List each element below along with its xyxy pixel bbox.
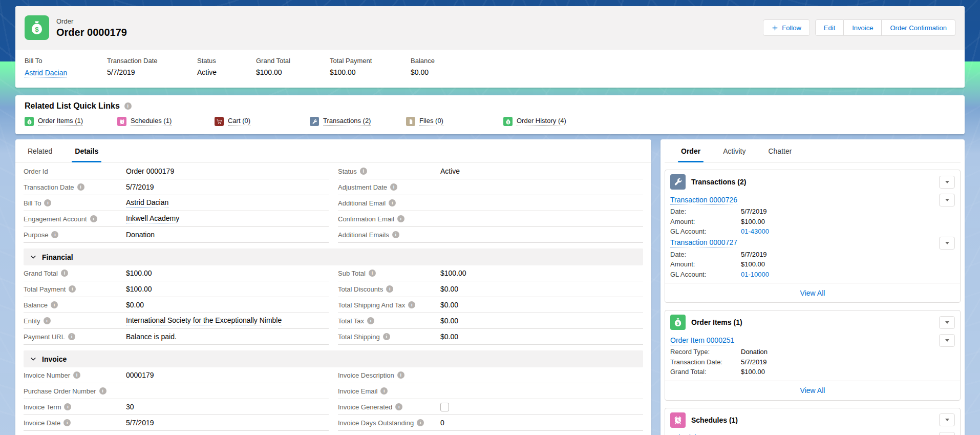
field-row: Engagement Account Inkwell Academy — [24, 211, 329, 227]
row-actions-dropdown-button[interactable] — [939, 432, 955, 435]
info-icon[interactable] — [392, 231, 399, 238]
edit-button[interactable]: Edit — [815, 19, 844, 36]
info-icon[interactable] — [99, 387, 106, 395]
section-header-invoice[interactable]: Invoice — [24, 350, 643, 367]
row-actions-dropdown-button[interactable] — [939, 334, 955, 347]
info-icon[interactable] — [360, 168, 367, 175]
info-icon[interactable] — [51, 231, 58, 238]
tab-details[interactable]: Details — [72, 147, 101, 162]
field-row: Purpose Donation — [24, 227, 329, 243]
field-row: Purchase Order Number — [24, 383, 329, 399]
summary-value: 5/7/2019 — [107, 68, 197, 76]
info-icon[interactable] — [386, 285, 393, 293]
info-icon[interactable] — [77, 183, 84, 191]
follow-button[interactable]: Follow — [763, 19, 810, 36]
field-value: $0.00 — [440, 317, 458, 325]
caret-down-icon — [945, 242, 949, 244]
info-icon[interactable] — [44, 317, 51, 324]
field-label: Transaction Date — [24, 183, 74, 191]
field-label: Additional Email — [338, 199, 386, 207]
info-icon[interactable] — [383, 333, 390, 340]
gl-account-link[interactable]: 01-43000 — [741, 226, 769, 237]
record-field-label: Amount: — [670, 259, 741, 270]
field-row: Entity International Society for the Exc… — [24, 313, 329, 329]
info-icon[interactable] — [380, 387, 388, 395]
info-icon[interactable] — [395, 403, 402, 410]
bill-to-field-link[interactable]: Astrid Dacian — [126, 198, 168, 208]
card-actions-dropdown-button[interactable] — [939, 316, 955, 329]
field-label: Sub Total — [338, 270, 366, 277]
quick-link-schedules[interactable]: Schedules (1) — [131, 117, 172, 126]
tab-activity[interactable]: Activity — [720, 147, 749, 162]
info-icon[interactable] — [44, 199, 51, 206]
related-record: Transaction 0000726 Date:5/7/2019 Amount… — [665, 194, 960, 237]
info-icon[interactable] — [367, 317, 374, 324]
tab-chatter[interactable]: Chatter — [765, 147, 795, 162]
gl-account-link[interactable]: 01-10000 — [741, 270, 769, 280]
tab-order[interactable]: Order — [678, 147, 704, 162]
header-actions: Follow Edit Invoice Order Confirmation — [763, 19, 955, 36]
field-value: Balance is paid. — [126, 333, 177, 341]
cart-icon — [215, 117, 224, 126]
info-icon[interactable] — [397, 215, 404, 222]
related-record: Order Item 0000251 Record Type:Donation … — [665, 334, 960, 377]
info-icon[interactable] — [64, 403, 71, 410]
field-label: Total Discounts — [338, 285, 383, 293]
order-items-related-card: Order Items (1) Order Item 0000251 Recor… — [665, 310, 961, 401]
view-all-link[interactable]: View All — [800, 386, 825, 395]
record-field-label: Date: — [670, 250, 741, 260]
entity-link[interactable]: International Society for the Exceptiona… — [126, 316, 282, 325]
info-icon[interactable] — [397, 371, 404, 379]
quick-link-cart[interactable]: Cart (0) — [228, 117, 250, 126]
related-card-title: Order Items (1) — [691, 318, 742, 326]
info-icon[interactable] — [68, 333, 75, 340]
info-icon[interactable] — [69, 285, 76, 293]
transaction-link[interactable]: Transaction 0000727 — [670, 238, 737, 247]
engagement-account-link[interactable]: Inkwell Academy — [126, 214, 179, 223]
money-bag-icon — [670, 315, 686, 330]
info-icon[interactable] — [369, 270, 376, 277]
row-actions-dropdown-button[interactable] — [939, 237, 955, 250]
info-icon[interactable] — [63, 419, 71, 426]
field-row: Additional Email — [338, 195, 643, 211]
bill-to-link[interactable]: Astrid Dacian — [25, 69, 67, 78]
row-actions-dropdown-button[interactable] — [939, 194, 955, 206]
field-label: Total Payment — [24, 285, 66, 293]
order-item-link[interactable]: Order Item 0000251 — [670, 336, 734, 345]
field-row: Adjustment Date — [338, 179, 643, 195]
section-header-financial[interactable]: Financial — [24, 248, 643, 265]
field-value: $0.00 — [126, 301, 144, 309]
field-row: Total Tax $0.00 — [338, 313, 643, 329]
tab-related[interactable]: Related — [25, 147, 55, 162]
caret-down-icon — [945, 199, 949, 201]
caret-down-icon — [945, 419, 949, 421]
summary-label: Grand Total — [256, 57, 330, 65]
summary-label: Status — [197, 57, 256, 65]
view-all-link[interactable]: View All — [800, 289, 825, 297]
field-row: Order Id Order 0000179 — [24, 163, 329, 179]
info-icon[interactable] — [73, 371, 80, 379]
invoice-generated-checkbox[interactable] — [440, 403, 449, 411]
info-icon[interactable] — [389, 199, 396, 206]
alarm-clock-icon — [117, 117, 126, 126]
transaction-link[interactable]: Transaction 0000726 — [670, 196, 737, 205]
money-bag-icon — [25, 117, 34, 126]
info-icon[interactable] — [51, 301, 58, 308]
info-icon[interactable] — [61, 270, 68, 277]
card-actions-dropdown-button[interactable] — [939, 413, 955, 426]
card-actions-dropdown-button[interactable] — [939, 176, 955, 189]
info-icon[interactable] — [124, 102, 132, 110]
info-icon[interactable] — [417, 419, 424, 426]
field-label: Invoice Description — [338, 371, 394, 379]
invoice-button[interactable]: Invoice — [844, 19, 882, 36]
field-label: Invoice Number — [24, 371, 70, 379]
quick-link-order-history[interactable]: Order History (4) — [517, 117, 566, 126]
quick-link-order-items[interactable]: Order Items (1) — [38, 117, 83, 126]
order-confirmation-button[interactable]: Order Confirmation — [882, 19, 955, 36]
info-icon[interactable] — [408, 301, 415, 308]
quick-link-transactions[interactable]: Transactions (2) — [323, 117, 371, 126]
info-icon[interactable] — [90, 215, 97, 222]
summary-label: Total Payment — [330, 57, 411, 65]
info-icon[interactable] — [390, 183, 397, 191]
quick-link-files[interactable]: Files (0) — [419, 117, 443, 126]
